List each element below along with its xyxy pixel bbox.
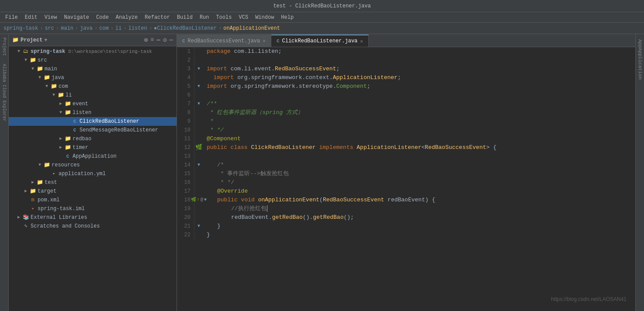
tab-redbao-event[interactable]: C RedBaoSuccessEvent.java ✕ <box>177 35 271 47</box>
tab-icon-redbao: C <box>182 38 185 44</box>
editor-area: C RedBaoSuccessEvent.java ✕ C ClickRedBa… <box>177 34 635 311</box>
fold-arrow-5[interactable]: ▼ <box>197 82 200 91</box>
tree-label-java: java <box>51 73 177 82</box>
tree-item-timer[interactable]: ▶ 📁 timer <box>9 143 177 152</box>
menu-file[interactable]: File <box>2 12 21 23</box>
tree-item-com[interactable]: ▼ 📁 com <box>9 82 177 91</box>
options-icon[interactable]: ⋯ <box>157 36 160 44</box>
menu-navigate[interactable]: Navigate <box>60 12 93 23</box>
breadcrumb-src[interactable]: src <box>45 25 54 31</box>
menu-analyze[interactable]: Analyze <box>112 12 141 23</box>
tree-item-ext-libs[interactable]: ▶ 📚 External Libraries <box>9 213 177 222</box>
code-line-21: 21 ▼ } <box>177 222 635 231</box>
code-line-16: 16 * */ <box>177 178 635 187</box>
menu-help[interactable]: Help <box>277 12 297 23</box>
tree-label-redbao: redbao <box>72 135 177 143</box>
tree-item-target[interactable]: ▶ 📁 target <box>9 187 177 196</box>
minimize-icon[interactable]: — <box>170 36 173 44</box>
tree-item-java[interactable]: ▼ 📁 java <box>9 73 177 82</box>
breadcrumb-method[interactable]: onApplicationEvent <box>223 25 280 31</box>
tab-label-click: ClickRedBaoListener.java <box>282 38 357 44</box>
code-editor[interactable]: 1 package com.li.listen; 2 3 ▼ import co… <box>177 47 635 311</box>
tree-item-root[interactable]: ▼ 🗂 spring-task D:\workspace\test\spring… <box>9 47 177 56</box>
project-panel: 📁 Project ▼ ⊕ ≡ ⋯ ⚙ — ▼ 🗂 spring-task D:… <box>9 34 177 311</box>
line18-marker2: ↑ <box>197 196 200 204</box>
tree-item-listen[interactable]: ▼ 📁 listen <box>9 108 177 117</box>
right-strip: AppApplication <box>635 34 644 311</box>
menu-window[interactable]: Window <box>252 12 277 23</box>
tree-item-scratches[interactable]: ✎ Scratches and Consoles <box>9 222 177 231</box>
tree-item-src[interactable]: ▼ 📁 src <box>9 56 177 65</box>
yml-icon: ▪ <box>50 169 58 178</box>
pom-icon: m <box>29 196 37 204</box>
tree-item-redbao[interactable]: ▶ 📁 redbao <box>9 135 177 143</box>
tree-item-li[interactable]: ▼ 📁 li <box>9 91 177 100</box>
tree-label-yml: application.yml <box>58 169 177 178</box>
folder-icon-redbao: 📁 <box>64 135 72 143</box>
app-application-label[interactable]: AppApplication <box>637 36 643 83</box>
folder-icon-com: 📁 <box>50 82 58 91</box>
breadcrumb-project[interactable]: spring-task <box>3 25 38 31</box>
watermark: https://blog.csdn.net/LAOSAN41 <box>551 296 627 302</box>
tree-item-yml[interactable]: ▪ application.yml <box>9 169 177 178</box>
menu-vcs[interactable]: VCS <box>235 12 252 23</box>
tree-label-test: test <box>44 178 177 187</box>
menu-code[interactable]: Code <box>93 12 112 23</box>
project-tool-window-label[interactable]: Project <box>2 36 7 58</box>
scratches-icon: ✎ <box>22 222 30 231</box>
code-line-17: 17 @Override <box>177 187 635 196</box>
breadcrumb-li[interactable]: li <box>115 25 121 31</box>
locate-file-icon[interactable]: ⊕ <box>144 36 148 44</box>
fold-arrow-14[interactable]: ▼ <box>197 161 200 169</box>
tree-item-event[interactable]: ▶ 📁 event <box>9 100 177 108</box>
tree-item-send-listener[interactable]: C SendMessageRedBaoListener <box>9 126 177 135</box>
tab-close-click[interactable]: ✕ <box>360 38 363 44</box>
tree-item-pom[interactable]: m pom.xml <box>9 196 177 204</box>
tree-label-send-listener: SendMessageRedBaoListener <box>79 126 177 135</box>
breadcrumb-main[interactable]: main <box>61 25 73 31</box>
gear-icon[interactable]: ⚙ <box>163 36 166 44</box>
code-line-6: 6 <box>177 91 635 100</box>
tab-close-redbao[interactable]: ✕ <box>263 38 266 44</box>
tree-item-appapp[interactable]: C AppApplication <box>9 152 177 161</box>
cloud-explorer-label[interactable]: Alibaba Cloud Explorer <box>2 64 7 121</box>
menu-run[interactable]: Run <box>196 12 213 23</box>
collapse-all-icon[interactable]: ≡ <box>150 36 154 44</box>
tree-label-root: spring-task D:\workspace\test\spring-tas… <box>30 47 177 56</box>
breadcrumb-java[interactable]: java <box>80 25 93 31</box>
breadcrumb-class[interactable]: ClickRedBaoListener <box>157 25 217 31</box>
tab-icon-click: C <box>277 38 280 44</box>
fold-arrow-21[interactable]: ▼ <box>197 222 200 231</box>
code-line-7: 7 ▼ /** <box>177 100 635 108</box>
fold-arrow-7[interactable]: ▼ <box>197 100 200 108</box>
breadcrumb-com[interactable]: com <box>99 25 109 31</box>
breadcrumb-listen[interactable]: listen <box>128 25 147 31</box>
ext-libs-icon: 📚 <box>22 213 30 222</box>
folder-icon-listen: 📁 <box>64 108 72 117</box>
iml-icon: ▪ <box>29 204 37 213</box>
class-icon-send: C <box>71 126 79 135</box>
tree-item-resources[interactable]: ▼ 📁 resources <box>9 161 177 169</box>
tree-item-main[interactable]: ▼ 📁 main <box>9 65 177 73</box>
menu-edit[interactable]: Edit <box>21 12 41 23</box>
tree-item-click-listener[interactable]: C ClickRedBaoListener <box>9 117 177 126</box>
tab-click-listener[interactable]: C ClickRedBaoListener.java ✕ <box>271 35 369 47</box>
tree-label-com: com <box>58 82 177 91</box>
menu-build[interactable]: Build <box>173 12 196 23</box>
menu-view[interactable]: View <box>41 12 61 23</box>
project-icon: 🗂 <box>22 47 30 56</box>
menu-refactor[interactable]: Refactor <box>141 12 173 23</box>
menu-tools[interactable]: Tools <box>213 12 235 23</box>
tree-label-ext-libs: External Libraries <box>30 213 177 222</box>
code-line-13: 13 <box>177 152 635 161</box>
project-dropdown-arrow[interactable]: ▼ <box>44 38 47 43</box>
project-tree: ▼ 🗂 spring-task D:\workspace\test\spring… <box>9 46 177 311</box>
tree-label-target: target <box>37 187 177 196</box>
folder-icon-target: 📁 <box>29 187 37 196</box>
tree-label-pom: pom.xml <box>37 196 177 204</box>
tree-item-iml[interactable]: ▪ spring-task.iml <box>9 204 177 213</box>
tree-item-test[interactable]: ▶ 📁 test <box>9 178 177 187</box>
tree-label-event: event <box>72 100 177 108</box>
fold-arrow-3[interactable]: ▼ <box>197 65 200 73</box>
code-line-14: 14 ▼ /* <box>177 161 635 169</box>
